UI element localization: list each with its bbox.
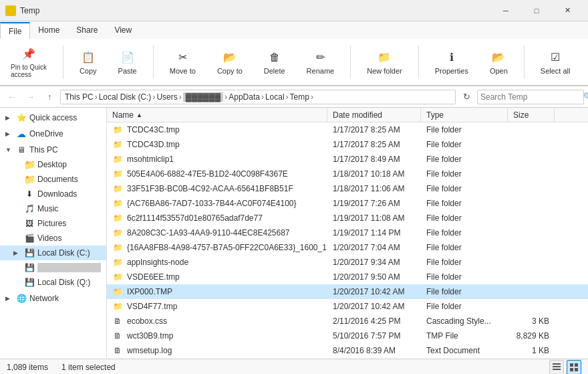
pin-to-quick-access-button[interactable]: 📌 Pin to Quickaccess: [5, 43, 52, 81]
table-row[interactable]: 📁 6c2f1114f53557d01e80765adaf7de77 1/19/…: [107, 211, 588, 225]
log-icon: 🗎: [112, 345, 123, 356]
forward-button[interactable]: →: [23, 89, 39, 105]
table-row[interactable]: 📁 appInsights-node 1/20/2017 9:34 AM Fil…: [107, 255, 588, 270]
properties-button[interactable]: ℹ Properties: [430, 47, 474, 78]
desktop-icon: 📁: [24, 159, 35, 170]
breadcrumb-temp: Temp: [290, 92, 309, 102]
table-row[interactable]: 📁 {AC76BA86-7AD7-1033-7B44-AC0F074E4100}…: [107, 196, 588, 211]
file-type: File folder: [426, 213, 462, 223]
maximize-button[interactable]: □: [521, 0, 552, 21]
sidebar-item-this-pc[interactable]: ▼ 🖥 This PC: [0, 143, 106, 157]
close-button[interactable]: ✕: [552, 0, 583, 21]
table-row[interactable]: 📁 IXP000.TMP 1/20/2017 10:42 AM File fol…: [107, 284, 588, 299]
search-input[interactable]: [480, 92, 581, 102]
svg-rect-6: [575, 368, 578, 371]
sidebar-item-network[interactable]: ▶ 🌐 Network: [0, 291, 106, 306]
table-row[interactable]: 🗎 ecobox.css 2/11/2016 4:25 PM Cascading…: [107, 314, 588, 329]
search-icon: 🔍: [583, 92, 588, 101]
sidebar-item-pictures[interactable]: 🖼 Pictures: [0, 216, 106, 231]
copy-button[interactable]: 📋 Copy: [74, 47, 102, 78]
table-row[interactable]: 🗎 wmsetup.log 8/4/2016 8:39 AM Text Docu…: [107, 343, 588, 358]
file-name-cell: 📁 VSDE6EE.tmp: [107, 270, 327, 284]
file-name: msohtmlclip1: [127, 155, 174, 164]
paste-button[interactable]: 📄 Paste: [113, 47, 142, 78]
file-type-cell: File folder: [421, 255, 508, 269]
folder-icon: [5, 5, 16, 16]
select-all-button[interactable]: ☑ Select all: [535, 47, 576, 78]
sidebar-item-downloads[interactable]: ⬇ Downloads: [0, 187, 106, 201]
file-name: {16AA8FB8-4A98-4757-B7A5-0FF22C0A6E33}_1…: [127, 243, 327, 252]
file-name: 505E4A06-6882-47E5-B1D2-40C098F4367E: [127, 169, 288, 179]
sidebar-item-desktop[interactable]: 📁 Desktop: [0, 157, 106, 172]
onedrive-icon: ☁: [16, 128, 27, 139]
file-date: 1/19/2017 1:14 PM: [333, 228, 400, 238]
sidebar-item-music[interactable]: 🎵 Music: [0, 201, 106, 216]
table-row[interactable]: 📁 505E4A06-6882-47E5-B1D2-40C098F4367E 1…: [107, 167, 588, 181]
folder-icon: 📁: [112, 242, 123, 253]
col-header-name[interactable]: Name ▲: [107, 108, 327, 122]
col-header-size[interactable]: Size: [508, 108, 555, 122]
table-row[interactable]: 📁 8A208C3C-1A93-4AA9-9110-44EC8E425687 1…: [107, 225, 588, 240]
copy-to-button[interactable]: 📂 Copy to: [212, 47, 248, 78]
minimize-button[interactable]: ─: [490, 0, 521, 21]
sidebar-item-documents[interactable]: 📁 Documents: [0, 172, 106, 187]
breadcrumb-this-pc: This PC: [65, 92, 94, 102]
tab-file[interactable]: File: [0, 22, 30, 39]
address-path[interactable]: This PC › Local Disk (C:) › Users › ▓▓▓▓…: [60, 90, 456, 104]
tab-share[interactable]: Share: [68, 21, 106, 39]
file-date-cell: 1/17/2017 8:25 AM: [327, 122, 421, 136]
table-row[interactable]: 📁 33F51F3B-BC0B-4C92-ACAA-65641BF8B51F 1…: [107, 181, 588, 196]
back-button[interactable]: ←: [4, 89, 20, 105]
tab-view[interactable]: View: [106, 21, 140, 39]
search-box[interactable]: 🔍: [477, 90, 584, 104]
expand-arrow-this-pc: ▼: [5, 147, 13, 153]
file-name: TCDC43C.tmp: [127, 125, 180, 134]
sidebar-section-quick: ▶ ⭐ Quick access: [0, 110, 106, 125]
up-button[interactable]: ↑: [41, 89, 57, 105]
file-date-cell: 1/20/2017 9:34 AM: [327, 255, 421, 269]
col-header-type[interactable]: Type: [421, 108, 508, 122]
col-size-label: Size: [513, 110, 529, 120]
file-date-cell: 1/17/2017 8:49 AM: [327, 152, 421, 166]
file-name-cell: 📁 8A208C3C-1A93-4AA9-9110-44EC8E425687: [107, 225, 327, 240]
file-type-cell: File folder: [421, 211, 508, 225]
sidebar-item-blurred[interactable]: 💾 ▓▓▓▓▓: [0, 260, 106, 275]
breadcrumb-user: ▓▓▓▓▓▓: [183, 92, 224, 102]
table-row[interactable]: 📁 TCDC43C.tmp 1/17/2017 8:25 AM File fol…: [107, 122, 588, 137]
table-row[interactable]: 🎬 sa.6D151227-6BD9-726D-B30E-A8A018DCC82…: [107, 358, 588, 359]
file-date: 1/20/2017 9:50 AM: [333, 272, 400, 282]
sort-arrow-name: ▲: [136, 112, 142, 118]
table-row[interactable]: 📁 VSD4F77.tmp 1/20/2017 10:42 AM File fo…: [107, 299, 588, 314]
delete-button[interactable]: 🗑 Delete: [259, 47, 291, 78]
refresh-button[interactable]: ↻: [458, 89, 474, 105]
sidebar-item-onedrive[interactable]: ▶ ☁ OneDrive: [0, 126, 106, 141]
open-button[interactable]: 📂 Open: [484, 47, 513, 78]
details-view-button[interactable]: [549, 360, 564, 375]
table-row[interactable]: 🗎 wct30B9.tmp 5/10/2016 7:57 PM TMP File…: [107, 329, 588, 343]
new-folder-button[interactable]: 📁 New folder: [361, 47, 408, 78]
col-header-date[interactable]: Date modified: [327, 108, 421, 122]
table-row[interactable]: 📁 TCDC43D.tmp 1/17/2017 8:25 AM File fol…: [107, 137, 588, 152]
list-view-button[interactable]: [567, 360, 581, 375]
table-row[interactable]: 📁 msohtmlclip1 1/17/2017 8:49 AM File fo…: [107, 152, 588, 167]
copy-to-icon: 📂: [222, 50, 238, 66]
sidebar-item-quick-access[interactable]: ▶ ⭐ Quick access: [0, 110, 106, 125]
move-to-button[interactable]: ✂ Move to: [164, 47, 201, 78]
file-date-cell: 1/18/2017 11:06 AM: [327, 181, 421, 195]
rename-button[interactable]: ✏ Rename: [301, 47, 340, 78]
folder-icon: 📁: [112, 213, 123, 223]
sidebar-item-local-c[interactable]: ▶ 💾 Local Disk (C:): [0, 246, 106, 260]
sidebar-label-local-c: Local Disk (C:): [37, 248, 101, 258]
title-bar-left: Temp: [5, 5, 39, 16]
table-row[interactable]: 📁 {16AA8FB8-4A98-4757-B7A5-0FF22C0A6E33}…: [107, 240, 588, 255]
file-type: File folder: [426, 258, 462, 267]
sidebar-item-local-q[interactable]: 💾 Local Disk (Q:): [0, 275, 106, 290]
table-row[interactable]: 📁 VSDE6EE.tmp 1/20/2017 9:50 AM File fol…: [107, 270, 588, 284]
file-date-cell: 2/11/2016 4:25 PM: [327, 314, 421, 328]
file-name-cell: 📁 appInsights-node: [107, 255, 327, 269]
tab-home[interactable]: Home: [30, 21, 68, 39]
folder-icon: 📁: [112, 139, 123, 150]
breadcrumb-users: Users: [156, 92, 177, 102]
sidebar-item-videos[interactable]: 🎬 Videos: [0, 231, 106, 246]
file-size: 3 KB: [532, 316, 549, 326]
